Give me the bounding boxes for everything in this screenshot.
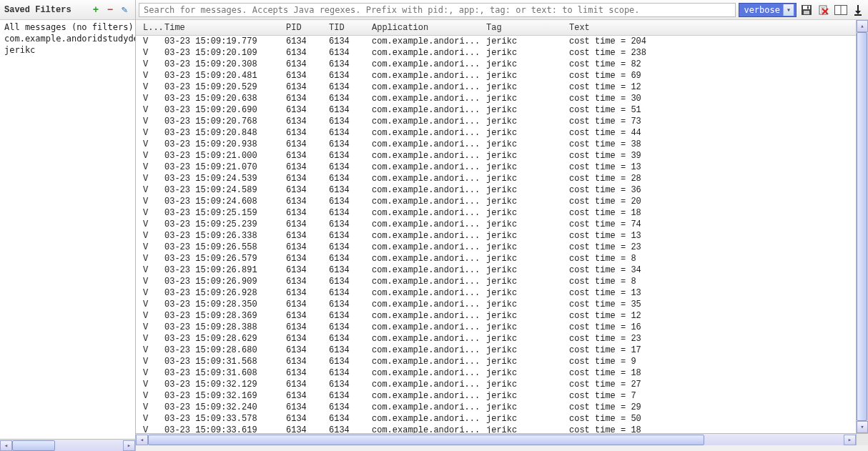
cell-app: com.example.andori... <box>369 231 483 241</box>
edit-filter-icon[interactable]: ✎ <box>118 4 131 16</box>
cell-app: com.example.andori... <box>369 265 483 275</box>
log-row[interactable]: V03-23 15:09:32.24061346134com.example.a… <box>136 402 856 413</box>
scroll-down-icon[interactable]: ▾ <box>857 421 868 433</box>
filter-item[interactable]: All messages (no filters) <box>0 21 135 33</box>
scroll-thumb[interactable] <box>12 440 55 451</box>
cell-app: com.example.andori... <box>369 59 483 69</box>
filter-item[interactable]: com.example.andoridstudydem <box>0 33 135 44</box>
log-row[interactable]: V03-23 15:09:20.76861346134com.example.a… <box>136 116 856 127</box>
clear-log-icon[interactable] <box>817 3 831 17</box>
cell-level: V <box>140 368 162 378</box>
log-row[interactable]: V03-23 15:09:26.55861346134com.example.a… <box>136 242 856 253</box>
log-row[interactable]: V03-23 15:09:28.62961346134com.example.a… <box>136 333 856 345</box>
log-row[interactable]: V03-23 15:09:31.56861346134com.example.a… <box>136 356 856 367</box>
cell-app: com.example.andori... <box>369 357 483 367</box>
cell-pid: 6134 <box>283 36 326 46</box>
cell-text: cost time = 18 <box>566 368 856 378</box>
cell-tag: jerikc <box>483 425 566 433</box>
log-row[interactable]: V03-23 15:09:26.33861346134com.example.a… <box>136 230 856 242</box>
col-pid[interactable]: PID <box>283 23 326 33</box>
log-level-select[interactable]: verbose <box>739 3 797 17</box>
col-tag[interactable]: Tag <box>483 23 566 33</box>
cell-level: V <box>140 36 162 46</box>
col-text[interactable]: Text <box>566 23 856 33</box>
cell-app: com.example.andori... <box>369 82 483 92</box>
remove-filter-icon[interactable]: − <box>104 4 117 16</box>
log-row[interactable]: V03-23 15:09:32.12961346134com.example.a… <box>136 379 856 390</box>
log-row[interactable]: V03-23 15:09:31.60861346134com.example.a… <box>136 367 856 379</box>
cell-tag: jerikc <box>483 380 566 390</box>
scroll-lock-icon[interactable] <box>851 3 865 17</box>
cell-text: cost time = 18 <box>566 425 856 433</box>
log-row[interactable]: V03-23 15:09:25.23961346134com.example.a… <box>136 219 856 230</box>
col-time[interactable]: Time <box>162 23 283 33</box>
log-row[interactable]: V03-23 15:09:28.35061346134com.example.a… <box>136 299 856 310</box>
log-row[interactable]: V03-23 15:09:26.57961346134com.example.a… <box>136 253 856 264</box>
save-log-icon[interactable] <box>799 3 814 17</box>
log-row[interactable]: V03-23 15:09:28.68061346134com.example.a… <box>136 345 856 356</box>
filter-item[interactable]: jerikc <box>0 44 135 56</box>
log-row[interactable]: V03-23 15:09:20.10961346134com.example.a… <box>136 47 856 59</box>
add-filter-icon[interactable]: + <box>89 4 102 16</box>
cell-tag: jerikc <box>483 231 566 241</box>
display-columns-icon[interactable] <box>834 3 848 17</box>
log-row[interactable]: V03-23 15:09:32.16961346134com.example.a… <box>136 390 856 402</box>
log-row[interactable]: V03-23 15:09:20.63861346134com.example.a… <box>136 93 856 104</box>
log-row[interactable]: V03-23 15:09:20.84861346134com.example.a… <box>136 127 856 139</box>
scroll-up-icon[interactable]: ▴ <box>857 20 868 32</box>
sidebar-hscrollbar[interactable]: ◂ ▸ <box>0 439 135 451</box>
cell-level: V <box>140 117 162 127</box>
cell-tag: jerikc <box>483 311 566 321</box>
log-row[interactable]: V03-23 15:09:19.77961346134com.example.a… <box>136 36 856 47</box>
log-row[interactable]: V03-23 15:09:33.57861346134com.example.a… <box>136 413 856 425</box>
scroll-thumb[interactable] <box>148 435 704 445</box>
log-row[interactable]: V03-23 15:09:25.15961346134com.example.a… <box>136 207 856 219</box>
scroll-right-icon[interactable]: ▸ <box>123 440 135 451</box>
log-hscrollbar[interactable]: ◂ ▸ <box>136 433 856 445</box>
scroll-left-icon[interactable]: ◂ <box>136 435 148 445</box>
cell-tag: jerikc <box>483 414 566 424</box>
cell-level: V <box>140 345 162 355</box>
col-tid[interactable]: TID <box>326 23 369 33</box>
log-row[interactable]: V03-23 15:09:24.58961346134com.example.a… <box>136 184 856 196</box>
log-row[interactable]: V03-23 15:09:33.61961346134com.example.a… <box>136 425 856 433</box>
cell-tag: jerikc <box>483 357 566 367</box>
cell-pid: 6134 <box>283 139 326 149</box>
scroll-track[interactable] <box>12 440 123 451</box>
search-input[interactable] <box>139 3 736 17</box>
log-row[interactable]: V03-23 15:09:20.93861346134com.example.a… <box>136 139 856 150</box>
svg-rect-3 <box>807 6 809 9</box>
scroll-track[interactable] <box>857 32 868 421</box>
log-row[interactable]: V03-23 15:09:20.52961346134com.example.a… <box>136 81 856 93</box>
log-row[interactable]: V03-23 15:09:21.07061346134com.example.a… <box>136 162 856 173</box>
scroll-left-icon[interactable]: ◂ <box>0 440 12 451</box>
col-app[interactable]: Application <box>369 23 483 33</box>
log-row[interactable]: V03-23 15:09:26.90961346134com.example.a… <box>136 276 856 287</box>
log-vscrollbar[interactable]: ▴ ▾ <box>856 20 868 433</box>
cell-app: com.example.andori... <box>369 151 483 161</box>
log-row[interactable]: V03-23 15:09:20.48161346134com.example.a… <box>136 70 856 81</box>
log-row[interactable]: V03-23 15:09:20.30861346134com.example.a… <box>136 59 856 70</box>
log-table: L... Time PID TID Application Tag Text V… <box>136 20 856 433</box>
cell-pid: 6134 <box>283 128 326 138</box>
log-row[interactable]: V03-23 15:09:28.36961346134com.example.a… <box>136 310 856 322</box>
log-row[interactable]: V03-23 15:09:20.69061346134com.example.a… <box>136 104 856 116</box>
scroll-right-icon[interactable]: ▸ <box>844 435 856 445</box>
cell-time: 03-23 15:09:20.690 <box>162 105 283 115</box>
log-row[interactable]: V03-23 15:09:26.89161346134com.example.a… <box>136 264 856 276</box>
cell-tag: jerikc <box>483 208 566 218</box>
log-row[interactable]: V03-23 15:09:21.00061346134com.example.a… <box>136 150 856 162</box>
cell-tag: jerikc <box>483 242 566 252</box>
cell-app: com.example.andori... <box>369 208 483 218</box>
cell-pid: 6134 <box>283 117 326 127</box>
log-row[interactable]: V03-23 15:09:26.92861346134com.example.a… <box>136 287 856 299</box>
scroll-track[interactable] <box>148 434 844 445</box>
log-row[interactable]: V03-23 15:09:24.60861346134com.example.a… <box>136 196 856 207</box>
cell-tag: jerikc <box>483 128 566 138</box>
scroll-thumb[interactable] <box>857 32 867 421</box>
log-row[interactable]: V03-23 15:09:28.38861346134com.example.a… <box>136 322 856 333</box>
cell-tid: 6134 <box>326 162 369 172</box>
log-row[interactable]: V03-23 15:09:24.53961346134com.example.a… <box>136 173 856 184</box>
col-level[interactable]: L... <box>140 23 162 33</box>
cell-tag: jerikc <box>483 299 566 309</box>
